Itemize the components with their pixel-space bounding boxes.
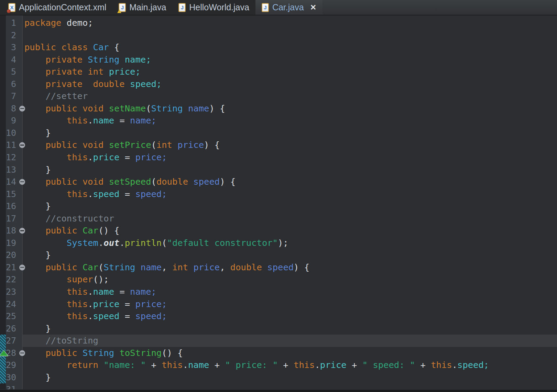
- code-token: }: [24, 372, 51, 382]
- code-token: [24, 213, 45, 224]
- code-line[interactable]: public void setPrice(int price) {: [23, 139, 557, 151]
- code-line[interactable]: }: [23, 323, 557, 335]
- fold-collapse-icon[interactable]: [19, 142, 25, 148]
- code-line[interactable]: package demo;: [23, 17, 557, 29]
- line-number[interactable]: 28: [6, 347, 22, 359]
- line-number[interactable]: 13: [6, 164, 22, 176]
- code-token: package: [24, 18, 61, 28]
- line-number[interactable]: 7: [6, 90, 22, 102]
- code-line[interactable]: private int price;: [23, 66, 557, 78]
- line-number[interactable]: 9: [6, 115, 22, 127]
- code-token: " speed: ": [362, 360, 415, 370]
- code-line[interactable]: public String toString() {: [23, 347, 557, 359]
- code-token: class: [61, 42, 88, 52]
- close-icon[interactable]: ✕: [310, 3, 316, 12]
- code-token: price;: [135, 299, 167, 309]
- code-line[interactable]: }: [23, 200, 557, 213]
- line-number[interactable]: 5: [6, 66, 22, 78]
- tab-HelloWorld.java[interactable]: JHelloWorld.java: [172, 0, 255, 15]
- code-line[interactable]: this.name = name;: [23, 115, 557, 127]
- line-number-gutter[interactable]: 1234567891011121314151617181920212223242…: [6, 15, 23, 392]
- code-line[interactable]: [23, 29, 557, 42]
- line-number-text: 15: [6, 188, 22, 200]
- line-number[interactable]: 6: [6, 78, 22, 90]
- code-line[interactable]: public void setName(String name) {: [23, 102, 557, 115]
- code-line[interactable]: //setter: [23, 90, 557, 102]
- code-line[interactable]: public class Car {: [23, 41, 557, 54]
- code-line[interactable]: }: [23, 164, 557, 176]
- code-token: name: [141, 262, 162, 272]
- line-number[interactable]: 1: [6, 17, 22, 29]
- line-number[interactable]: 2: [6, 29, 22, 42]
- code-token: private: [45, 66, 82, 77]
- code-token: double: [93, 79, 125, 89]
- line-number[interactable]: 4: [6, 54, 22, 66]
- line-number[interactable]: 11: [6, 139, 22, 151]
- code-token: name;: [130, 115, 156, 126]
- code-line[interactable]: //toString: [23, 335, 557, 347]
- code-token: ) {: [220, 176, 236, 187]
- line-number[interactable]: 8: [6, 102, 22, 115]
- code-line[interactable]: this.speed = speed;: [23, 310, 557, 323]
- code-line[interactable]: public void setSpeed(double speed) {: [23, 176, 557, 188]
- code-line[interactable]: public Car(String name, int price, doubl…: [23, 261, 557, 274]
- fold-collapse-icon[interactable]: [19, 350, 25, 356]
- line-number[interactable]: 19: [6, 237, 22, 249]
- line-number[interactable]: 3: [6, 41, 22, 54]
- fold-collapse-icon[interactable]: [19, 106, 25, 111]
- line-number[interactable]: 26: [6, 323, 22, 335]
- line-number[interactable]: 21: [6, 261, 22, 274]
- code-line[interactable]: private double speed;: [23, 78, 557, 90]
- code-area[interactable]: package demo;public class Car { private …: [23, 15, 557, 392]
- code-line[interactable]: }: [23, 249, 557, 261]
- code-line[interactable]: this.name = name;: [23, 286, 557, 298]
- line-number[interactable]: 12: [6, 151, 22, 164]
- line-number[interactable]: 14: [6, 176, 22, 188]
- changed-lines-bar: [0, 335, 6, 383]
- line-number[interactable]: 24: [6, 298, 22, 311]
- line-number[interactable]: 29: [6, 359, 22, 371]
- code-token: private: [45, 54, 82, 65]
- tab-Car.java[interactable]: JCar.java✕: [255, 0, 323, 15]
- code-token: +: [347, 360, 362, 370]
- line-number[interactable]: 25: [6, 310, 22, 323]
- code-line[interactable]: }: [23, 371, 557, 384]
- fold-collapse-icon[interactable]: [19, 228, 25, 234]
- line-number[interactable]: 20: [6, 249, 22, 261]
- code-token: [24, 335, 45, 346]
- code-line[interactable]: //constructor: [23, 213, 557, 225]
- line-number[interactable]: 17: [6, 213, 22, 225]
- code-token: [77, 103, 83, 113]
- code-token: [77, 225, 83, 236]
- code-line[interactable]: System.out.println("default constructor"…: [23, 237, 557, 249]
- line-number[interactable]: 30: [6, 371, 22, 384]
- code-token: [24, 152, 67, 162]
- code-line[interactable]: this.price = price;: [23, 298, 557, 311]
- code-token: ,: [220, 262, 230, 272]
- code-line[interactable]: super();: [23, 273, 557, 286]
- tab-Main.java[interactable]: JMain.java: [112, 0, 172, 15]
- line-number[interactable]: 27: [6, 335, 22, 347]
- line-number-text: 7: [6, 90, 22, 102]
- code-line[interactable]: this.speed = speed;: [23, 188, 557, 200]
- tab-ApplicationContext.xml[interactable]: XApplicationContext.xml: [2, 0, 112, 15]
- code-token: [188, 176, 193, 187]
- code-token: [88, 42, 93, 52]
- code-line[interactable]: public Car() {: [23, 225, 557, 237]
- code-token: [24, 225, 45, 236]
- code-token: (: [151, 140, 156, 150]
- code-token: "name: ": [103, 360, 146, 370]
- line-number[interactable]: 22: [6, 273, 22, 286]
- code-line[interactable]: this.price = price;: [23, 151, 557, 164]
- line-number[interactable]: 23: [6, 286, 22, 298]
- line-number[interactable]: 10: [6, 127, 22, 139]
- line-number[interactable]: 15: [6, 188, 22, 200]
- fold-collapse-icon[interactable]: [19, 264, 25, 270]
- code-line[interactable]: return "name: " + this.name + " price: "…: [23, 359, 557, 371]
- fold-collapse-icon[interactable]: [19, 179, 25, 185]
- line-number[interactable]: 16: [6, 200, 22, 213]
- code-line[interactable]: private String name;: [23, 54, 557, 66]
- code-line[interactable]: }: [23, 127, 557, 139]
- line-number[interactable]: 18: [6, 225, 22, 237]
- code-token: .: [88, 299, 93, 309]
